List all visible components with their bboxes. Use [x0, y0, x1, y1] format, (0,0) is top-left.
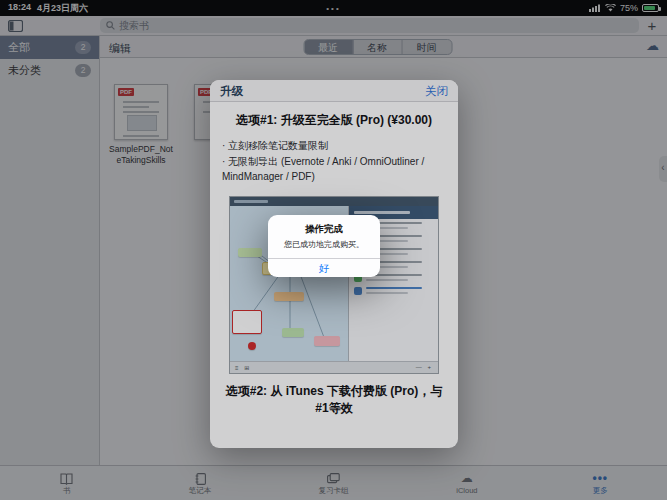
alert-ok-button[interactable]: 好	[268, 259, 380, 277]
purchase-complete-alert: 操作完成 您已成功地完成购买。 好	[268, 215, 380, 277]
alert-title: 操作完成	[268, 223, 380, 236]
alert-message: 您已成功地完成购买。	[268, 239, 380, 250]
